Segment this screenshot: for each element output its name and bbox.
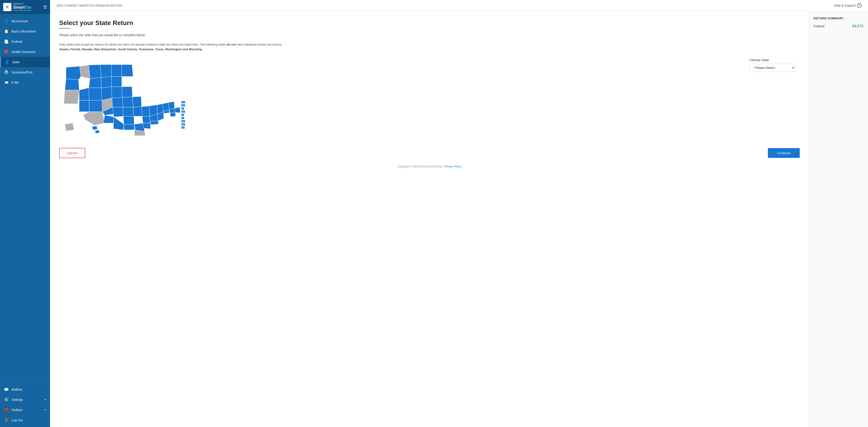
page-subtitle: Please select the state that you would l… [59,33,800,37]
logo-initial: R [6,5,8,9]
state-la [103,115,114,123]
state-mn [112,65,122,76]
state-sd [101,76,112,88]
continue-button[interactable]: Continue [768,148,800,158]
state-selection-area: VT NH RI MA CT NJ DE [59,58,800,136]
state-tx [83,112,105,125]
map-container: VT NH RI MA CT NJ DE [59,58,736,136]
svg-rect-6 [181,120,185,122]
info-bold: do not [227,43,236,46]
sidebar-item-label: My Account [11,19,46,23]
info-text-part1: Only states that accept tax returns for … [59,43,227,46]
choose-state-section: Choose State - Please Select -AlabamaAla… [750,58,800,72]
sidebar-item-summary-print[interactable]: 🖨️ Summary/Print [0,67,50,77]
state-in [122,97,133,107]
state-hi2 [95,130,99,133]
help-support-link[interactable]: Help & Support ? [834,3,862,8]
main-content: Select your State Return Please select t… [50,11,809,427]
state-id [80,65,90,79]
account-icon: 👤 [4,19,9,23]
summary-row-federal: Federal $4,572 [814,24,863,28]
sidebar-bottom: ✉️ Mailbox ⚙️ Settings ▾ 🧰 Toolbox ▾ 🚪 L… [0,382,50,427]
state-ak [65,123,74,131]
logo-box: R RAMSEY SmartTax Powered by TaxSlayer [3,3,32,11]
chevron-down-icon: ▾ [44,408,46,411]
sidebar-item-settings[interactable]: ⚙️ Settings ▾ [0,394,50,405]
copyright-text: Copyright © 2023 Ramsey SmartTax | [398,165,444,168]
efile-icon: 📨 [4,80,9,85]
logo-smarttax: SmartTax [13,5,32,9]
svg-rect-8 [181,127,185,129]
action-row: Cancel Continue [59,148,800,158]
sidebar-item-label: Settings [11,398,42,401]
sidebar-item-basic-information[interactable]: 📋 Basic Information [0,26,50,36]
content-area: Select your State Return Please select t… [50,11,868,427]
top-bar: 2022 | RAMSEY SMARTTAX PREMIUM EDITION H… [50,0,868,11]
sidebar-item-label: Basic Information [11,30,46,33]
state-ar [113,107,123,117]
svg-rect-7 [181,123,185,126]
state-wv [133,107,142,116]
logo-powered: Powered by TaxSlayer [13,9,32,11]
sidebar-item-label: Toolbox [11,408,42,412]
state-hi [92,126,97,130]
sidebar-item-label: Mailbox [11,388,46,391]
app-edition-title: 2022 | RAMSEY SMARTTAX PREMIUM EDITION [57,4,122,7]
sidebar-item-state[interactable]: 👤 State [0,57,50,67]
summary-panel: RETURN SUMMARY Federal $4,572 [809,11,868,427]
print-icon: 🖨️ [4,70,9,74]
sidebar-item-e-file[interactable]: 📨 E-file [0,77,50,88]
state-mi-up [122,65,133,76]
state-ia [112,87,122,98]
federal-label: Federal [814,24,824,28]
state-ms [113,117,124,130]
state-nc [142,116,150,123]
sidebar-item-log-out[interactable]: 🚪 Log Out [0,415,50,425]
cancel-button[interactable]: Cancel [59,148,85,158]
sidebar-item-label: Health Insurance [11,50,46,54]
sidebar-item-federal[interactable]: 📄 Federal [0,36,50,46]
svg-rect-0 [181,101,185,103]
health-icon: ❤️ [4,50,9,54]
state-al [124,124,134,130]
info-text: Only states that accept tax returns for … [59,42,800,52]
state-wy [89,77,101,88]
state-ky [123,107,134,116]
title-underline [59,28,70,29]
state-wa [66,66,81,80]
state-select[interactable]: - Please Select -AlabamaAlaskaArizonaArk… [750,64,795,72]
sidebar-item-my-account[interactable]: 👤 My Account [0,16,50,26]
state-nd [100,65,112,77]
sidebar-item-mailbox[interactable]: ✉️ Mailbox [0,384,50,394]
state-or [65,79,79,90]
sidebar-item-label: E-file [11,81,46,85]
page-title: Select your State Return [59,19,800,27]
federal-value: $4,572 [852,24,863,28]
state-ma [168,101,175,109]
state-il [122,87,132,97]
state-sc [143,123,151,129]
sidebar-item-label: Summary/Print [11,70,46,74]
logo-icon: R [3,3,11,11]
state-va [142,106,150,116]
state-ne [101,87,112,100]
state-oh [132,96,142,107]
state-de [150,121,158,125]
sidebar-item-toolbox[interactable]: 🧰 Toolbox ▾ [0,405,50,415]
sidebar-nav: 👤 My Account 📋 Basic Information 📄 Feder… [0,14,50,382]
sidebar-item-health-insurance[interactable]: ❤️ Health Insurance [0,46,50,57]
privacy-policy-link[interactable]: Privacy Policy [444,165,461,168]
hamburger-icon[interactable]: ☰ [43,5,47,9]
svg-rect-2 [181,107,184,110]
svg-rect-4 [181,114,184,116]
logo-text: RAMSEY SmartTax Powered by TaxSlayer [13,3,32,11]
state-nm [89,100,102,112]
help-support-label: Help & Support [834,4,856,7]
main-wrapper: 2022 | RAMSEY SMARTTAX PREMIUM EDITION H… [50,0,868,427]
chevron-down-icon: ▾ [44,398,46,401]
svg-rect-1 [181,104,185,106]
choose-state-label: Choose State [750,58,800,62]
state-mo [112,97,123,107]
state-icon: 👤 [5,60,9,64]
sidebar-item-label: Federal [11,40,46,43]
